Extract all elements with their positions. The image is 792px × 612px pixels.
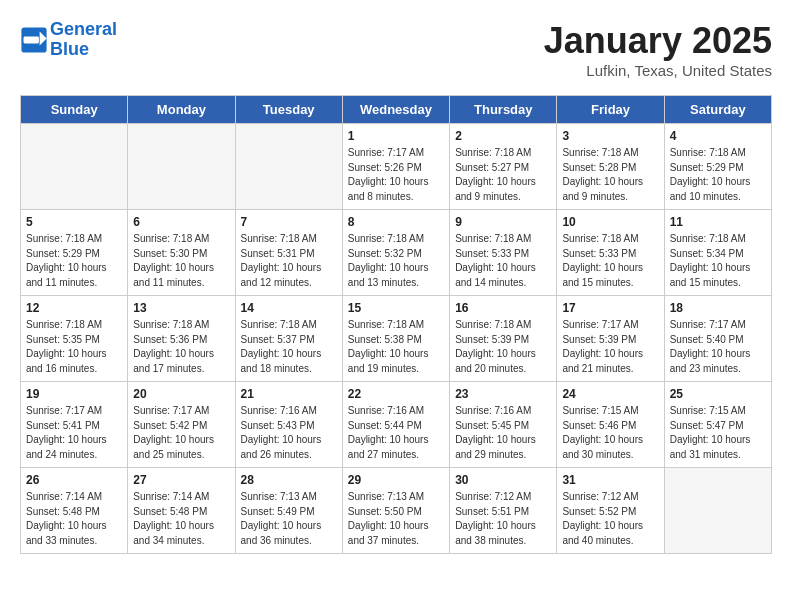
calendar-day-cell <box>128 124 235 210</box>
day-detail: Sunrise: 7:16 AM Sunset: 5:44 PM Dayligh… <box>348 404 444 462</box>
weekday-header-sunday: Sunday <box>21 96 128 124</box>
calendar-day-cell: 14Sunrise: 7:18 AM Sunset: 5:37 PM Dayli… <box>235 296 342 382</box>
day-detail: Sunrise: 7:18 AM Sunset: 5:27 PM Dayligh… <box>455 146 551 204</box>
day-detail: Sunrise: 7:18 AM Sunset: 5:30 PM Dayligh… <box>133 232 229 290</box>
calendar-day-cell <box>664 468 771 554</box>
calendar-day-cell: 1Sunrise: 7:17 AM Sunset: 5:26 PM Daylig… <box>342 124 449 210</box>
day-number: 10 <box>562 215 658 229</box>
day-number: 26 <box>26 473 122 487</box>
day-detail: Sunrise: 7:18 AM Sunset: 5:29 PM Dayligh… <box>26 232 122 290</box>
calendar-week-row: 1Sunrise: 7:17 AM Sunset: 5:26 PM Daylig… <box>21 124 772 210</box>
calendar-week-row: 12Sunrise: 7:18 AM Sunset: 5:35 PM Dayli… <box>21 296 772 382</box>
calendar-day-cell: 26Sunrise: 7:14 AM Sunset: 5:48 PM Dayli… <box>21 468 128 554</box>
calendar-day-cell: 18Sunrise: 7:17 AM Sunset: 5:40 PM Dayli… <box>664 296 771 382</box>
weekday-header-saturday: Saturday <box>664 96 771 124</box>
day-number: 18 <box>670 301 766 315</box>
calendar-day-cell: 15Sunrise: 7:18 AM Sunset: 5:38 PM Dayli… <box>342 296 449 382</box>
logo: General Blue <box>20 20 117 60</box>
title-block: January 2025 Lufkin, Texas, United State… <box>544 20 772 79</box>
day-detail: Sunrise: 7:12 AM Sunset: 5:51 PM Dayligh… <box>455 490 551 548</box>
weekday-header-thursday: Thursday <box>450 96 557 124</box>
day-number: 7 <box>241 215 337 229</box>
day-number: 1 <box>348 129 444 143</box>
calendar-day-cell: 23Sunrise: 7:16 AM Sunset: 5:45 PM Dayli… <box>450 382 557 468</box>
day-detail: Sunrise: 7:12 AM Sunset: 5:52 PM Dayligh… <box>562 490 658 548</box>
calendar-day-cell: 8Sunrise: 7:18 AM Sunset: 5:32 PM Daylig… <box>342 210 449 296</box>
calendar-day-cell: 27Sunrise: 7:14 AM Sunset: 5:48 PM Dayli… <box>128 468 235 554</box>
day-detail: Sunrise: 7:17 AM Sunset: 5:40 PM Dayligh… <box>670 318 766 376</box>
day-number: 24 <box>562 387 658 401</box>
calendar-week-row: 19Sunrise: 7:17 AM Sunset: 5:41 PM Dayli… <box>21 382 772 468</box>
svg-rect-2 <box>24 36 39 43</box>
calendar-day-cell: 11Sunrise: 7:18 AM Sunset: 5:34 PM Dayli… <box>664 210 771 296</box>
day-number: 17 <box>562 301 658 315</box>
day-detail: Sunrise: 7:18 AM Sunset: 5:31 PM Dayligh… <box>241 232 337 290</box>
day-detail: Sunrise: 7:18 AM Sunset: 5:35 PM Dayligh… <box>26 318 122 376</box>
day-detail: Sunrise: 7:15 AM Sunset: 5:46 PM Dayligh… <box>562 404 658 462</box>
day-detail: Sunrise: 7:16 AM Sunset: 5:45 PM Dayligh… <box>455 404 551 462</box>
day-detail: Sunrise: 7:18 AM Sunset: 5:28 PM Dayligh… <box>562 146 658 204</box>
calendar-day-cell: 17Sunrise: 7:17 AM Sunset: 5:39 PM Dayli… <box>557 296 664 382</box>
day-number: 28 <box>241 473 337 487</box>
calendar-day-cell: 10Sunrise: 7:18 AM Sunset: 5:33 PM Dayli… <box>557 210 664 296</box>
calendar-title: January 2025 <box>544 20 772 62</box>
day-number: 19 <box>26 387 122 401</box>
day-number: 13 <box>133 301 229 315</box>
weekday-header-tuesday: Tuesday <box>235 96 342 124</box>
day-number: 27 <box>133 473 229 487</box>
day-detail: Sunrise: 7:17 AM Sunset: 5:39 PM Dayligh… <box>562 318 658 376</box>
calendar-body: 1Sunrise: 7:17 AM Sunset: 5:26 PM Daylig… <box>21 124 772 554</box>
day-detail: Sunrise: 7:15 AM Sunset: 5:47 PM Dayligh… <box>670 404 766 462</box>
day-number: 22 <box>348 387 444 401</box>
calendar-week-row: 26Sunrise: 7:14 AM Sunset: 5:48 PM Dayli… <box>21 468 772 554</box>
calendar-day-cell: 12Sunrise: 7:18 AM Sunset: 5:35 PM Dayli… <box>21 296 128 382</box>
weekday-header-friday: Friday <box>557 96 664 124</box>
day-detail: Sunrise: 7:18 AM Sunset: 5:39 PM Dayligh… <box>455 318 551 376</box>
day-detail: Sunrise: 7:18 AM Sunset: 5:32 PM Dayligh… <box>348 232 444 290</box>
calendar-day-cell: 7Sunrise: 7:18 AM Sunset: 5:31 PM Daylig… <box>235 210 342 296</box>
day-number: 3 <box>562 129 658 143</box>
calendar-day-cell: 6Sunrise: 7:18 AM Sunset: 5:30 PM Daylig… <box>128 210 235 296</box>
day-number: 6 <box>133 215 229 229</box>
calendar-day-cell: 13Sunrise: 7:18 AM Sunset: 5:36 PM Dayli… <box>128 296 235 382</box>
day-number: 14 <box>241 301 337 315</box>
day-detail: Sunrise: 7:18 AM Sunset: 5:33 PM Dayligh… <box>455 232 551 290</box>
calendar-day-cell: 2Sunrise: 7:18 AM Sunset: 5:27 PM Daylig… <box>450 124 557 210</box>
calendar-day-cell: 16Sunrise: 7:18 AM Sunset: 5:39 PM Dayli… <box>450 296 557 382</box>
day-number: 21 <box>241 387 337 401</box>
calendar-day-cell: 25Sunrise: 7:15 AM Sunset: 5:47 PM Dayli… <box>664 382 771 468</box>
logo-icon <box>20 26 48 54</box>
calendar-day-cell: 31Sunrise: 7:12 AM Sunset: 5:52 PM Dayli… <box>557 468 664 554</box>
day-number: 15 <box>348 301 444 315</box>
day-number: 8 <box>348 215 444 229</box>
day-detail: Sunrise: 7:13 AM Sunset: 5:49 PM Dayligh… <box>241 490 337 548</box>
page-header: General Blue January 2025 Lufkin, Texas,… <box>20 20 772 79</box>
day-number: 9 <box>455 215 551 229</box>
calendar-day-cell: 3Sunrise: 7:18 AM Sunset: 5:28 PM Daylig… <box>557 124 664 210</box>
calendar-day-cell: 22Sunrise: 7:16 AM Sunset: 5:44 PM Dayli… <box>342 382 449 468</box>
calendar-day-cell <box>21 124 128 210</box>
day-detail: Sunrise: 7:14 AM Sunset: 5:48 PM Dayligh… <box>133 490 229 548</box>
day-detail: Sunrise: 7:18 AM Sunset: 5:33 PM Dayligh… <box>562 232 658 290</box>
calendar-day-cell: 5Sunrise: 7:18 AM Sunset: 5:29 PM Daylig… <box>21 210 128 296</box>
calendar-day-cell: 29Sunrise: 7:13 AM Sunset: 5:50 PM Dayli… <box>342 468 449 554</box>
calendar-day-cell: 20Sunrise: 7:17 AM Sunset: 5:42 PM Dayli… <box>128 382 235 468</box>
day-number: 25 <box>670 387 766 401</box>
day-number: 30 <box>455 473 551 487</box>
calendar-subtitle: Lufkin, Texas, United States <box>544 62 772 79</box>
day-detail: Sunrise: 7:17 AM Sunset: 5:41 PM Dayligh… <box>26 404 122 462</box>
day-number: 12 <box>26 301 122 315</box>
weekday-header-monday: Monday <box>128 96 235 124</box>
logo-text-general: General <box>50 19 117 39</box>
calendar-day-cell <box>235 124 342 210</box>
calendar-day-cell: 19Sunrise: 7:17 AM Sunset: 5:41 PM Dayli… <box>21 382 128 468</box>
weekday-header-row: SundayMondayTuesdayWednesdayThursdayFrid… <box>21 96 772 124</box>
calendar-day-cell: 30Sunrise: 7:12 AM Sunset: 5:51 PM Dayli… <box>450 468 557 554</box>
day-number: 31 <box>562 473 658 487</box>
day-number: 5 <box>26 215 122 229</box>
calendar-day-cell: 4Sunrise: 7:18 AM Sunset: 5:29 PM Daylig… <box>664 124 771 210</box>
calendar-day-cell: 24Sunrise: 7:15 AM Sunset: 5:46 PM Dayli… <box>557 382 664 468</box>
day-detail: Sunrise: 7:16 AM Sunset: 5:43 PM Dayligh… <box>241 404 337 462</box>
calendar-table: SundayMondayTuesdayWednesdayThursdayFrid… <box>20 95 772 554</box>
calendar-day-cell: 21Sunrise: 7:16 AM Sunset: 5:43 PM Dayli… <box>235 382 342 468</box>
